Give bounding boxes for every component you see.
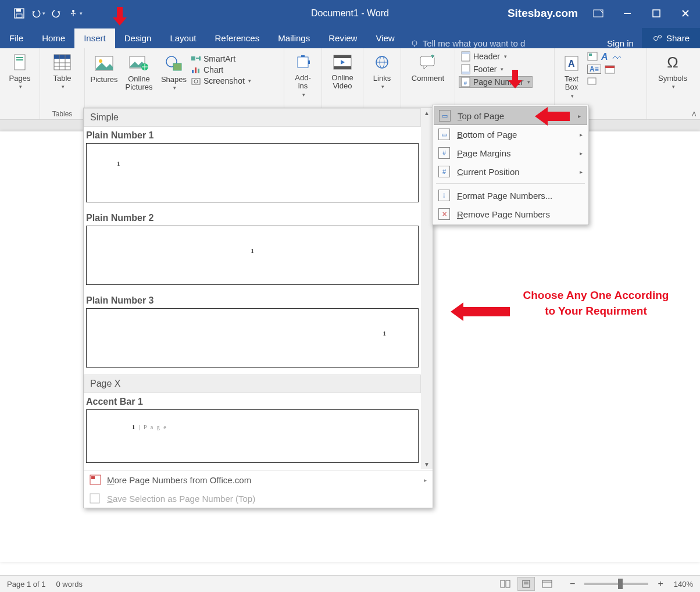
gallery-category-simple: Simple (84, 108, 421, 127)
minimize-button[interactable] (613, 0, 642, 26)
header-button[interactable]: Header▾ (459, 51, 509, 62)
svg-rect-58 (506, 580, 510, 587)
zoom-in-button[interactable]: + (655, 579, 665, 589)
gallery-scrollbar[interactable]: ▲ ▼ (421, 108, 433, 469)
tab-insert[interactable]: Insert (74, 28, 115, 48)
title-bar: ▾ ▾ Document1 - Word Sitesbay.com (0, 0, 700, 26)
touch-mode-button[interactable]: ▾ (67, 6, 83, 21)
picture-icon (95, 56, 113, 71)
menu-remove-page-numbers[interactable]: ✕ Remove Page Numbers (433, 205, 588, 223)
svg-rect-30 (198, 69, 199, 73)
close-icon (681, 9, 690, 17)
annotation-arrow-top-of-page (535, 107, 570, 126)
svg-point-32 (194, 80, 198, 83)
shapes-button[interactable]: Shapes▾ (158, 51, 190, 93)
undo-button[interactable]: ▾ (30, 6, 45, 21)
header-icon (461, 51, 470, 62)
collapse-ribbon-button[interactable]: ᐱ (692, 110, 697, 118)
wordart-button[interactable]: A (601, 52, 608, 62)
video-icon (333, 55, 352, 70)
svg-rect-27 (199, 56, 201, 60)
screenshot-button[interactable]: Screenshot▾ (191, 76, 251, 85)
menu-bottom-of-page[interactable]: ▭ Bottom of Page▸ (433, 125, 588, 144)
dropcap-button[interactable]: A≡ (587, 65, 601, 74)
redo-button[interactable] (49, 6, 64, 21)
addins-button[interactable]: Add-ins▾ (287, 49, 319, 100)
tab-home[interactable]: Home (33, 28, 74, 48)
tell-me-placeholder: Tell me what you want to d (423, 38, 526, 48)
chart-icon (191, 65, 201, 74)
page-status[interactable]: Page 1 of 1 (7, 580, 46, 589)
object-button[interactable] (587, 76, 598, 85)
tab-layout[interactable]: Layout (160, 28, 205, 48)
printlayout-icon (522, 580, 531, 588)
zoom-level[interactable]: 140% (674, 580, 693, 589)
menu-format-page-numbers[interactable]: ⁞ Format Page Numbers... (433, 186, 588, 205)
table-button[interactable]: Table▾ (47, 49, 78, 92)
share-label: Share (666, 33, 690, 43)
tab-references[interactable]: References (205, 28, 269, 48)
web-layout-button[interactable] (538, 577, 556, 591)
gallery-item-plain1[interactable]: 1 (86, 143, 419, 202)
date-time-button[interactable] (605, 65, 615, 74)
page-bottom-icon: ▭ (438, 129, 450, 140)
online-video-button[interactable]: OnlineVideo (327, 49, 358, 93)
pages-button[interactable]: Pages▾ (4, 49, 35, 92)
save-selection-item: Save Selection as Page Number (Top) (84, 489, 433, 508)
group-tables-label: Tables (52, 108, 73, 119)
office-icon (90, 475, 101, 485)
read-mode-button[interactable] (497, 577, 514, 591)
svg-rect-1 (16, 9, 21, 12)
close-button[interactable] (671, 0, 700, 26)
svg-rect-28 (192, 70, 194, 73)
comment-button[interactable]: Comment (410, 49, 445, 85)
print-layout-button[interactable] (517, 577, 535, 591)
links-button[interactable]: Links▾ (366, 49, 398, 92)
online-pictures-icon (129, 56, 149, 71)
signature-button[interactable] (612, 52, 622, 62)
sign-in-link[interactable]: Sign in (599, 38, 642, 48)
zoom-out-button[interactable]: − (567, 579, 577, 589)
zoom-slider[interactable] (584, 583, 648, 585)
tab-view[interactable]: View (366, 28, 403, 48)
symbols-button[interactable]: Ω Symbols▾ (657, 49, 688, 92)
scroll-up-button[interactable]: ▲ (422, 108, 431, 118)
text-box-button[interactable]: A TextBox▾ (558, 51, 585, 101)
chart-button[interactable]: Chart (191, 65, 223, 74)
tell-me-search[interactable]: Tell me what you want to d (404, 38, 599, 48)
menu-current-position[interactable]: # Current Position▸ (433, 162, 588, 181)
word-count[interactable]: 0 words (56, 580, 83, 589)
gallery-item-accent1[interactable]: 1 | P a g e (86, 409, 419, 463)
quick-parts-button[interactable] (587, 52, 598, 62)
tab-mailings[interactable]: Mailings (269, 28, 319, 48)
svg-rect-2 (16, 14, 22, 17)
more-page-numbers-link[interactable]: More Page Numbers from Office.com ▸ (84, 470, 433, 489)
pictures-button[interactable]: Pictures (88, 51, 120, 86)
svg-rect-44 (462, 72, 470, 74)
gallery-item-accent1-label: Accent Bar 1 (84, 393, 421, 409)
gallery-item-plain3[interactable]: 1 (86, 308, 419, 368)
ribbon-display-options-button[interactable] (584, 0, 613, 26)
gallery-item-plain2[interactable]: 1 (86, 226, 419, 285)
menu-page-margins[interactable]: # Page Margins▸ (433, 144, 588, 162)
gallery-item-plain2-label: Plain Number 2 (84, 209, 421, 226)
save-button[interactable] (12, 6, 27, 21)
svg-rect-52 (605, 66, 615, 68)
scroll-down-button[interactable]: ▼ (422, 459, 431, 469)
svg-point-21 (99, 59, 102, 63)
share-button[interactable]: Share (642, 28, 700, 48)
page-top-icon: ▭ (439, 110, 451, 122)
svg-rect-11 (15, 55, 25, 70)
svg-rect-6 (653, 10, 660, 17)
tab-file[interactable]: File (0, 28, 33, 48)
maximize-button[interactable] (642, 0, 671, 26)
online-pictures-button[interactable]: OnlinePictures (121, 51, 157, 94)
smartart-button[interactable]: SmartArt (191, 54, 235, 63)
svg-rect-56 (90, 494, 99, 503)
annotation-arrow-gallery (451, 302, 510, 321)
tab-review[interactable]: Review (319, 28, 366, 48)
footer-button[interactable]: Footer▾ (459, 63, 506, 75)
maximize-icon (652, 9, 660, 17)
tab-design[interactable]: Design (115, 28, 161, 48)
svg-text:#: # (464, 80, 467, 86)
